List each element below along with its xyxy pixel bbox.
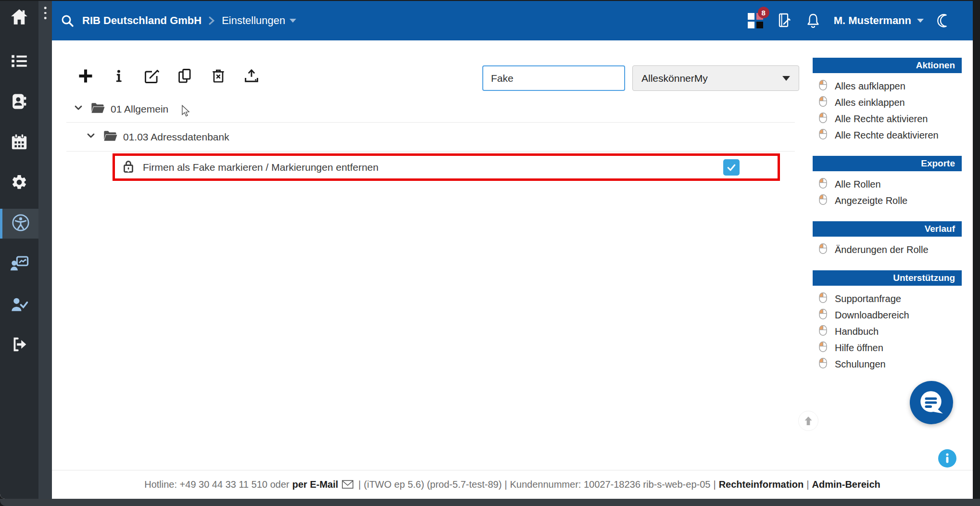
sidebar-item-user-report[interactable] [0, 249, 38, 279]
accessibility-icon [12, 214, 30, 234]
panel-action-item[interactable]: Alle Rollen [813, 176, 962, 192]
breadcrumb-company[interactable]: RIB Deutschland GmbH [82, 14, 201, 27]
chevron-down-icon[interactable] [73, 103, 84, 115]
panel-action-item[interactable]: Schulungen [813, 356, 962, 372]
delete-button[interactable] [209, 66, 228, 86]
panel-section-exporte: Exporte Alle Rollen [813, 156, 962, 209]
application-window: RIB Deutschland GmbH Einstellungen 8 [0, 1, 973, 499]
tree-row-allgemein[interactable]: 01 Allgemein [52, 95, 168, 123]
sidebar-item-contacts[interactable] [0, 88, 38, 117]
footer-hotline: Hotline: +49 30 44 33 11 510 oder [144, 479, 289, 490]
breadcrumb-chevron-icon [208, 16, 215, 25]
panel-item-label: Angezeigte Rolle [835, 195, 907, 206]
list-icon [11, 54, 28, 70]
info-button-floating[interactable] [938, 449, 956, 468]
window-frame-bottom [0, 499, 980, 506]
mouse-click-icon [818, 79, 828, 93]
role-dropdown[interactable]: AlleskönnerMy [632, 65, 799, 91]
panel-action-item[interactable]: Alle Rechte deaktivieren [813, 127, 962, 143]
sidebar-item-settings[interactable] [0, 168, 38, 198]
scroll-to-top-button[interactable] [798, 411, 818, 431]
edit-button[interactable] [142, 66, 162, 86]
panel-action-item[interactable]: Angezeigte Rolle [813, 192, 962, 209]
panel-item-label: Handbuch [835, 326, 879, 337]
content-area: AlleskönnerMy 01 Allgemein [52, 40, 973, 499]
footer: Hotline: +49 30 44 33 11 510 oder per E-… [52, 470, 973, 499]
panel-action-item[interactable]: Alles einklappen [813, 94, 962, 111]
panel-item-label: Alle Rechte deaktivieren [835, 130, 939, 141]
mouse-click-icon [818, 292, 828, 306]
footer-admin-link[interactable]: Admin-Bereich [812, 479, 880, 490]
sidebar-item-calendar[interactable] [0, 128, 38, 158]
sidebar-item-logout[interactable] [0, 330, 38, 360]
app-window: RIB Deutschland GmbH Einstellungen 8 [0, 0, 980, 506]
mouse-click-icon [818, 357, 828, 371]
section-dropdown-caret-icon[interactable] [289, 19, 296, 23]
sidebar-item-accessibility[interactable] [0, 209, 38, 239]
dropdown-caret-icon [782, 76, 790, 81]
permission-row-highlighted[interactable]: Firmen als Fake markieren / Markierungen… [113, 153, 780, 181]
panel-action-item[interactable]: Alle Rechte aktivieren [813, 111, 962, 127]
panel-action-item[interactable]: Supportanfrage [813, 291, 962, 307]
breadcrumb-section[interactable]: Einstellungen [222, 14, 285, 27]
panel-action-item[interactable]: Hilfe öffnen [813, 340, 962, 356]
mouse-click-icon [818, 96, 828, 110]
panel-action-item[interactable]: Änderungen der Rolle [813, 241, 962, 258]
mouse-click-icon [818, 112, 828, 126]
user-check-icon [10, 296, 29, 314]
tree-node-label: 01.03 Adressdatenbank [123, 131, 229, 143]
permission-label: Firmen als Fake markieren / Markierungen… [143, 162, 378, 173]
footer-separator: | [713, 479, 716, 490]
footer-email-link[interactable]: per E-Mail [292, 479, 339, 490]
panel-section-verlauf: Verlauf Änderungen der Rolle [813, 221, 962, 258]
panel-action-item[interactable]: Handbuch [813, 323, 962, 340]
tree-toolbar [76, 66, 261, 86]
dark-mode-moon-icon[interactable] [937, 13, 951, 28]
sidebar-rail [38, 1, 52, 499]
mouse-click-icon [818, 177, 828, 191]
panel-section-title: Verlauf [813, 221, 962, 237]
chat-support-button[interactable] [910, 381, 953, 424]
bell-icon[interactable] [805, 13, 821, 29]
panel-item-label: Alles aufklappen [835, 81, 905, 92]
footer-rights-link[interactable]: Rechteinformation [719, 479, 804, 490]
panel-section-title: Aktionen [813, 58, 962, 73]
panel-item-label: Hilfe öffnen [835, 342, 883, 354]
mouse-click-icon [818, 243, 828, 257]
panel-action-item[interactable]: Downloadbereich [813, 307, 962, 323]
sidebar-item-modules[interactable] [0, 47, 38, 77]
add-button[interactable] [76, 66, 95, 86]
copy-button[interactable] [176, 66, 195, 86]
search-icon[interactable] [61, 14, 74, 27]
search-input[interactable] [482, 65, 625, 91]
sidebar-item-user-approve[interactable] [0, 290, 38, 320]
release-notes-icon[interactable] [777, 13, 792, 29]
panel-item-label: Schulungen [835, 359, 886, 370]
left-sidebar [0, 1, 38, 499]
upload-button[interactable] [242, 66, 261, 86]
home-icon [10, 8, 29, 27]
action-panel: Aktionen Alles aufklappen [813, 58, 962, 385]
panel-item-list: Supportanfrage Downloadbereich [813, 291, 962, 372]
footer-customer: Kundennummer: 10027-18236 rib-s-web-ep-0… [510, 479, 711, 490]
envelope-icon[interactable] [342, 480, 353, 491]
permission-checkbox-checked[interactable] [723, 159, 740, 176]
lock-icon [121, 158, 136, 177]
footer-separator: | [806, 479, 809, 490]
sidebar-menu-handle[interactable] [44, 7, 47, 19]
panel-item-list: Alles aufklappen Alles einklappen [813, 78, 962, 143]
user-menu[interactable]: M. Mustermann [834, 14, 924, 27]
folder-open-icon [90, 101, 105, 116]
info-button[interactable] [109, 66, 128, 86]
panel-action-item[interactable]: Alles aufklappen [813, 78, 962, 94]
panel-item-label: Alles einklappen [835, 97, 905, 108]
footer-separator: | [358, 479, 361, 490]
top-header-bar: RIB Deutschland GmbH Einstellungen 8 [52, 1, 973, 40]
folder-open-icon [103, 129, 117, 144]
sidebar-item-home[interactable] [0, 3, 38, 33]
panel-section-title: Exporte [813, 156, 962, 171]
logout-icon [10, 336, 28, 354]
chevron-down-icon[interactable] [86, 131, 96, 143]
tree-row-adressdatenbank[interactable]: 01.03 Adressdatenbank [52, 123, 229, 151]
apps-grid-icon[interactable]: 8 [747, 12, 764, 29]
